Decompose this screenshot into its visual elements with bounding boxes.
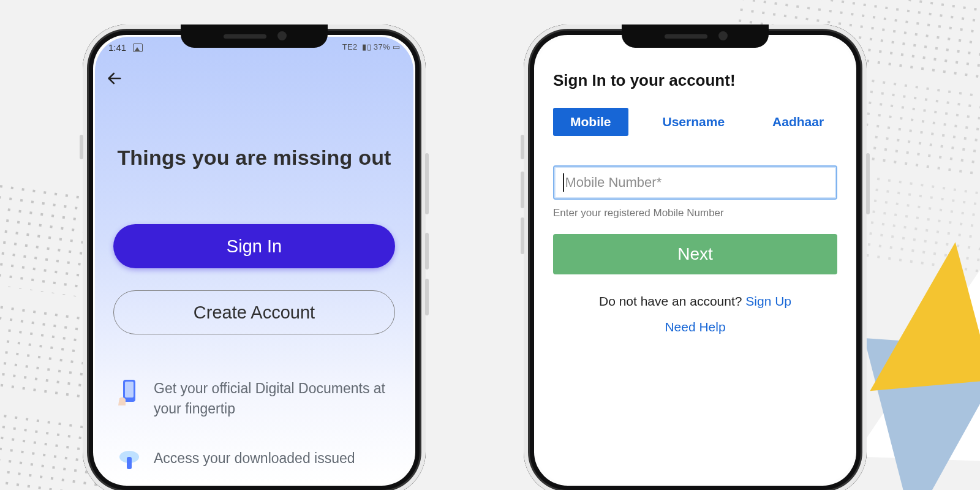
feature-row: Access your downloaded issued xyxy=(117,448,395,477)
picture-icon xyxy=(133,43,143,52)
text-cursor xyxy=(563,173,564,192)
svg-rect-2 xyxy=(125,382,134,398)
signup-text: Do not have an account? Sign Up xyxy=(536,294,854,309)
tab-username[interactable]: Username xyxy=(649,108,739,136)
headline: Things you are missing out xyxy=(95,146,413,170)
arrow-left-icon xyxy=(106,70,123,87)
phone-power-button xyxy=(866,153,870,214)
feature-text: Get your official Digital Documents at y… xyxy=(154,379,395,420)
back-button[interactable] xyxy=(106,70,123,87)
create-account-button[interactable]: Create Account xyxy=(113,290,395,334)
no-account-text: Do not have an account? xyxy=(599,294,745,308)
phone-screen: 1:41 TE2 ▮▯ 37% ▭ Things you are missing… xyxy=(95,37,413,484)
phone-notch xyxy=(622,24,769,48)
phone-in-hand-icon xyxy=(117,379,141,407)
status-battery: 37% xyxy=(374,42,390,51)
phone-volume-button xyxy=(521,217,524,254)
need-help-link[interactable]: Need Help xyxy=(536,320,854,334)
status-network: TE2 xyxy=(342,42,358,51)
next-button[interactable]: Next xyxy=(553,234,837,274)
phone-notch xyxy=(181,24,328,48)
phone-mockup-welcome: 1:41 TE2 ▮▯ 37% ▭ Things you are missing… xyxy=(83,24,426,490)
mobile-placeholder: Mobile Number* xyxy=(565,175,662,190)
phone-mute-switch xyxy=(80,135,83,159)
feature-row: Get your official Digital Documents at y… xyxy=(117,379,395,420)
phone-volume-button xyxy=(425,233,429,270)
signin-title: Sign In to your account! xyxy=(553,71,736,90)
signin-tabs: Mobile Username Aadhaar xyxy=(553,108,837,136)
svg-rect-4 xyxy=(127,457,132,469)
mobile-hint: Enter your registered Mobile Number xyxy=(553,207,724,219)
phone-screen: Sign In to your account! Mobile Username… xyxy=(536,37,854,484)
tab-mobile[interactable]: Mobile xyxy=(553,108,628,136)
status-time: 1:41 xyxy=(108,42,126,53)
cloud-download-icon xyxy=(117,448,141,477)
feature-text: Access your downloaded issued xyxy=(154,448,355,469)
phone-mute-switch xyxy=(521,135,524,159)
tab-aadhaar[interactable]: Aadhaar xyxy=(759,108,837,136)
sign-up-link[interactable]: Sign Up xyxy=(745,294,791,308)
sign-in-button[interactable]: Sign In xyxy=(113,224,395,268)
phone-volume-button xyxy=(425,279,429,315)
phone-mockup-signin: Sign In to your account! Mobile Username… xyxy=(524,24,867,490)
status-right: TE2 ▮▯ 37% ▭ xyxy=(342,42,400,51)
phone-power-button xyxy=(425,153,429,214)
phone-volume-button xyxy=(521,172,524,208)
mobile-number-field[interactable]: Mobile Number* xyxy=(553,165,837,200)
decorative-triangle xyxy=(858,240,980,391)
